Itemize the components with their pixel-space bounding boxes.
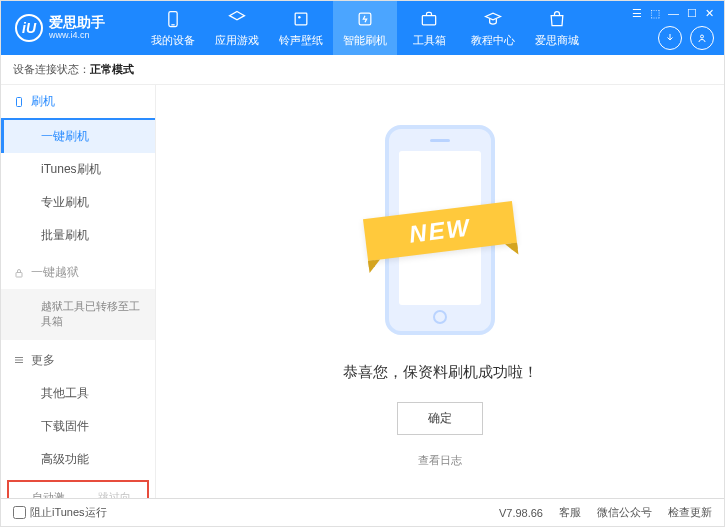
main-content: NEW 恭喜您，保资料刷机成功啦！ 确定 查看日志 [156,85,724,498]
sidebar-item-other[interactable]: 其他工具 [1,377,155,410]
phone-icon [163,9,183,29]
success-message: 恭喜您，保资料刷机成功啦！ [343,363,538,382]
version-label: V7.98.66 [499,507,543,519]
nav-my-device[interactable]: 我的设备 [141,1,205,55]
sidebar-head-flash[interactable]: 刷机 [1,85,155,120]
menu-icon[interactable]: ☰ [632,7,642,20]
maximize-icon[interactable]: ☐ [687,7,697,20]
list-icon [13,354,25,366]
sidebar-item-download[interactable]: 下载固件 [1,410,155,443]
lock-icon [13,267,25,279]
skip-guide-checkbox[interactable]: 跳过向导 [83,490,139,498]
store-icon [547,9,567,29]
apps-icon [227,9,247,29]
view-log-link[interactable]: 查看日志 [418,453,462,468]
sidebar-head-jailbreak: 一键越狱 [1,256,155,289]
block-itunes-checkbox[interactable]: 阻止iTunes运行 [13,505,107,520]
minimize-icon[interactable]: — [668,7,679,20]
nav-smart-flash[interactable]: 智能刷机 [333,1,397,55]
sidebar: 刷机 一键刷机 iTunes刷机 专业刷机 批量刷机 一键越狱 越狱工具已转移至… [1,85,156,498]
download-icon [664,32,676,44]
logo: iU 爱思助手 www.i4.cn [1,14,141,42]
sidebar-item-pro[interactable]: 专业刷机 [1,186,155,219]
svg-rect-2 [295,13,307,25]
pin-icon[interactable]: ⬚ [650,7,660,20]
user-icon [696,32,708,44]
success-illustration: NEW [375,115,505,345]
footer-service[interactable]: 客服 [559,505,581,520]
logo-icon: iU [15,14,43,42]
titlebar: iU 爱思助手 www.i4.cn 我的设备 应用游戏 铃声壁纸 智能刷机 [1,1,724,55]
top-nav: 我的设备 应用游戏 铃声壁纸 智能刷机 工具箱 教程中心 [141,1,589,55]
status-mode: 正常模式 [90,62,134,77]
footer-wechat[interactable]: 微信公众号 [597,505,652,520]
picture-icon [291,9,311,29]
sidebar-item-batch[interactable]: 批量刷机 [1,219,155,252]
svg-rect-5 [422,15,435,24]
ok-button[interactable]: 确定 [397,402,483,435]
toolbox-icon [419,9,439,29]
sidebar-item-advanced[interactable]: 高级功能 [1,443,155,476]
nav-apps-games[interactable]: 应用游戏 [205,1,269,55]
user-button[interactable] [690,26,714,50]
auto-activate-checkbox[interactable]: 自动激活 [17,490,73,498]
app-name: 爱思助手 [49,15,105,30]
sidebar-item-itunes[interactable]: iTunes刷机 [1,153,155,186]
svg-point-6 [701,35,704,38]
download-button[interactable] [658,26,682,50]
svg-point-3 [298,16,301,18]
window-controls: ☰ ⬚ — ☐ ✕ [632,7,714,20]
svg-rect-8 [16,272,22,277]
graduation-icon [483,9,503,29]
sidebar-item-onekey[interactable]: 一键刷机 [1,120,155,153]
nav-tutorials[interactable]: 教程中心 [461,1,525,55]
flash-icon [355,9,375,29]
sidebar-head-more[interactable]: 更多 [1,344,155,377]
sidebar-jailbreak-note: 越狱工具已转移至工具箱 [1,289,155,340]
close-icon[interactable]: ✕ [705,7,714,20]
options-highlight-box: 自动激活 跳过向导 [7,480,149,498]
svg-rect-7 [17,97,22,106]
nav-store[interactable]: 爱思商城 [525,1,589,55]
phone-icon [13,96,25,108]
nav-ringtones[interactable]: 铃声壁纸 [269,1,333,55]
app-url: www.i4.cn [49,31,105,41]
footer: 阻止iTunes运行 V7.98.66 客服 微信公众号 检查更新 [1,498,724,526]
nav-toolbox[interactable]: 工具箱 [397,1,461,55]
footer-update[interactable]: 检查更新 [668,505,712,520]
status-bar: 设备连接状态：正常模式 [1,55,724,85]
